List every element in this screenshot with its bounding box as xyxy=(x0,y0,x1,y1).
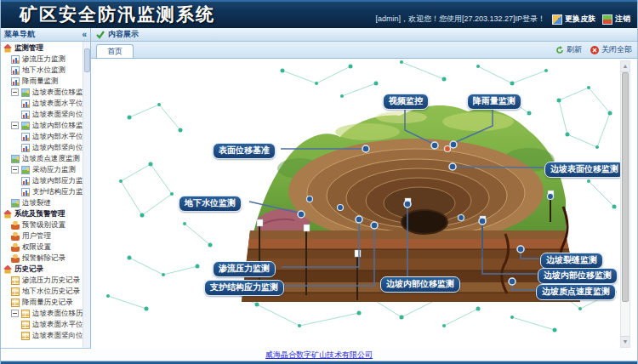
monitor-point xyxy=(307,196,313,202)
tree-item[interactable]: 历史记录 xyxy=(1,264,83,275)
table-icon xyxy=(21,321,30,329)
footer: 威海晶合数字矿山技术有限公司 xyxy=(1,348,637,361)
monitor-point xyxy=(459,215,464,221)
monitor-point-slope-particle-velocity-monitoring xyxy=(509,278,516,285)
logout-icon xyxy=(602,14,612,25)
scroll-down-arrow[interactable]: ▼ xyxy=(621,336,629,347)
collapse-node-icon[interactable] xyxy=(11,88,19,96)
monitor-point-surface-displacement-datum xyxy=(362,145,369,152)
tree-item-label: 渗流压力历史记录 xyxy=(22,276,80,286)
tunnel-opening xyxy=(402,210,447,234)
toolbar-title: 内容展示 xyxy=(108,29,139,40)
tree-item[interactable]: 权限设置 xyxy=(1,242,83,253)
chart-icon xyxy=(21,111,30,119)
sidebar-scrollbar-thumb[interactable] xyxy=(84,48,90,72)
collapse-node-icon[interactable] xyxy=(11,310,19,317)
sidebar-header: 菜单导航 « xyxy=(1,28,90,42)
change-skin-button[interactable]: 更换皮肤 xyxy=(552,14,595,25)
callout-rainfall-monitoring[interactable]: 降雨量监测 xyxy=(467,94,521,110)
img-icon xyxy=(21,88,30,97)
sidebar: 菜单导航 « 监测管理渗流压力监测地下水位监测降雨量监测边坡表面位移监测边坡表面… xyxy=(1,28,91,348)
tree-item[interactable]: 边坡内部竖向位移监测 xyxy=(1,142,83,153)
tree-item[interactable]: 边坡质点速度监测 xyxy=(1,153,83,164)
tree-item[interactable]: 监测管理 xyxy=(1,43,83,54)
tree-item-label: 边坡裂缝 xyxy=(22,198,51,208)
tree-item-label: 边坡表面竖向位移监测 xyxy=(32,110,83,120)
table-icon xyxy=(21,310,30,318)
callout-surface-displacement-datum[interactable]: 表面位移基准 xyxy=(213,143,276,159)
callout-slope-surface-displacement-monitoring[interactable]: 边坡表面位移监测 xyxy=(544,162,624,178)
tree-item[interactable]: 降雨量监测 xyxy=(1,76,83,87)
tree-item[interactable]: 渗流压力监测 xyxy=(1,54,83,65)
collapse-node-icon[interactable] xyxy=(11,166,19,173)
tree-item[interactable]: 地下水位历史记录 xyxy=(1,286,83,297)
tree-item-label: 地下水位监测 xyxy=(22,65,66,76)
change-skin-label: 更换皮肤 xyxy=(565,14,595,25)
collapse-node-icon[interactable] xyxy=(11,122,19,129)
callout-slope-particle-velocity-monitoring[interactable]: 边坡质点速度监测 xyxy=(536,284,616,300)
scroll-up-arrow[interactable]: ▲ xyxy=(621,61,629,72)
tree-item-label: 边坡内部位移监测 xyxy=(32,121,83,131)
callout-support-structure-stress-monitoring[interactable]: 支护结构应力监测 xyxy=(204,280,284,296)
tree-item[interactable]: 边坡表面竖向位移监测 xyxy=(1,109,83,120)
tree-item[interactable]: 边坡表面位移历史记录 xyxy=(1,308,83,319)
tab-bar: 首页 刷新 关闭全部 xyxy=(91,42,637,59)
tree-item[interactable]: 降雨量历史记录 xyxy=(1,297,83,308)
tree-item[interactable]: 边坡表面竖向位移历史记录 xyxy=(1,330,83,341)
tree-item[interactable]: 渗流压力历史记录 xyxy=(1,275,83,286)
nav-tree: 监测管理渗流压力监测地下水位监测降雨量监测边坡表面位移监测边坡表面水平位移监测边… xyxy=(1,42,83,348)
tree-item[interactable]: 预警级别设置 xyxy=(1,219,83,230)
logout-label: 注销 xyxy=(615,14,630,25)
user-welcome-text: [admin]，欢迎您！您使用[27.203.132.27]IP登录！ xyxy=(375,14,545,25)
tree-item[interactable]: 系统及预警管理 xyxy=(1,208,83,219)
tree-item[interactable]: 边坡内部水平位移监测 xyxy=(1,131,83,142)
content-scrollbar[interactable]: ▲ ▼ xyxy=(620,60,630,348)
tab-home[interactable]: 首页 xyxy=(96,44,134,58)
tree-item-label: 用户管理 xyxy=(22,231,51,242)
callout-seepage-pressure-monitoring[interactable]: 渗流压力监测 xyxy=(213,261,276,277)
sidebar-scrollbar[interactable] xyxy=(83,42,90,348)
collapse-sidebar-button[interactable]: « xyxy=(82,31,87,38)
app-window: 矿区安全防汛监测系统 [admin]，欢迎您！您使用[27.203.132.27… xyxy=(0,0,638,364)
close-all-button[interactable]: 关闭全部 xyxy=(590,44,632,55)
callout-slope-internal-displacement-monitoring-center[interactable]: 边坡内部位移监测 xyxy=(380,276,460,293)
scene-canvas: 视频监控降雨量监测表面位移基准地下水位监测边坡表面位移监测渗流压力监测支护结构应… xyxy=(91,59,637,350)
tree-item[interactable]: 报警解除记录 xyxy=(1,253,83,264)
tree-item[interactable]: 采动应力监测 xyxy=(1,164,83,175)
user-icon xyxy=(11,232,20,241)
tree-item[interactable]: 边坡表面水平位移监测 xyxy=(1,98,83,109)
tree-item-label: 采动应力监测 xyxy=(32,165,76,175)
callout-groundwater-level-monitoring[interactable]: 地下水位监测 xyxy=(179,196,242,212)
company-link[interactable]: 威海晶合数字矿山技术有限公司 xyxy=(265,350,373,361)
tree-item[interactable]: 用户管理 xyxy=(1,230,83,242)
table-icon xyxy=(21,332,30,340)
refresh-button[interactable]: 刷新 xyxy=(555,44,582,55)
monitor-point xyxy=(338,205,344,211)
tree-item-label: 监测管理 xyxy=(14,43,43,54)
tree-item[interactable]: 边坡裂缝 xyxy=(1,197,83,208)
tree-item-label: 边坡内部应力监测 xyxy=(32,176,83,186)
callout-slope-crack-monitoring[interactable]: 边坡裂缝监测 xyxy=(540,253,603,269)
tree-item[interactable]: 边坡表面水平位移历史记录 xyxy=(1,319,83,330)
callout-slope-internal-displacement-monitoring-right[interactable]: 边坡内部位移监测 xyxy=(538,268,618,284)
chart-icon xyxy=(11,66,20,75)
callout-video-monitoring[interactable]: 视频监控 xyxy=(383,94,429,110)
monitor-point-rainfall-monitoring xyxy=(450,141,457,148)
monitor-point xyxy=(548,194,554,200)
tree-item[interactable]: 边坡内部应力监测 xyxy=(1,175,83,186)
tree-item[interactable]: 支护结构应力监测 xyxy=(1,186,83,197)
chart-icon xyxy=(21,133,30,141)
monitor-point-slope-internal-displacement-monitoring-center xyxy=(404,201,411,208)
tree-item[interactable]: 边坡内部位移监测 xyxy=(1,120,83,131)
logout-button[interactable]: 注销 xyxy=(602,14,630,25)
tree-item[interactable]: 边坡表面位移监测 xyxy=(1,87,83,98)
content-scrollbar-thumb[interactable] xyxy=(622,72,629,302)
content-panel: 内容展示 首页 刷新 关闭全部 xyxy=(91,28,637,348)
tree-item-label: 边坡内部竖向位移监测 xyxy=(32,143,83,153)
skin-icon xyxy=(552,14,562,25)
home-icon xyxy=(3,210,12,219)
table-icon xyxy=(11,287,20,296)
monitor-point-support-structure-stress-monitoring xyxy=(371,222,378,229)
tree-item[interactable]: 地下水位监测 xyxy=(1,65,83,76)
tree-item-label: 边坡表面水平位移监测 xyxy=(32,99,83,109)
